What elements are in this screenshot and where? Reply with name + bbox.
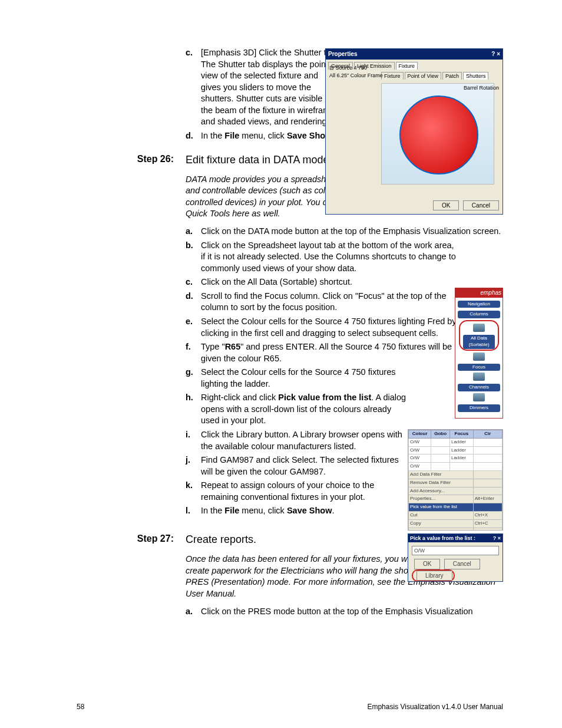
list-marker: f.	[186, 341, 201, 364]
popup-title: Pick a value from the list :	[410, 535, 475, 542]
ok-button[interactable]: OK	[433, 200, 459, 211]
list-item: c.[Emphasis 3D] Click the Shutter tab. T…	[186, 47, 339, 128]
inner-tab[interactable]: Patch	[442, 72, 462, 80]
list-marker: a.	[186, 226, 201, 238]
list-text: In the File menu, click Save Show.	[201, 505, 407, 517]
page-number: 58	[77, 702, 84, 711]
list-text: Right-click and click Pick value from th…	[201, 392, 407, 427]
step-26-label: Step 26:	[77, 153, 186, 166]
shortcut-pill[interactable]: Channels	[458, 384, 500, 391]
popup-cancel-button[interactable]: Cancel	[444, 559, 480, 569]
page-footer: 58 Emphasis Visualization v1.4.0 User Ma…	[77, 702, 503, 711]
document-page: c.[Emphasis 3D] Click the Shutter tab. T…	[0, 0, 562, 728]
list-text: Click the Library button. A Library brow…	[201, 429, 407, 452]
inner-tab[interactable]: Shutters	[463, 72, 489, 80]
list-text: Type "R65" and press ENTER. All the Sour…	[201, 341, 460, 364]
list-marker: e.	[186, 316, 201, 339]
list-text: Scroll to find the Focus column. Click o…	[201, 291, 460, 314]
list-item: a.Click on the DATA mode button at the t…	[186, 226, 503, 238]
shortcut-pill[interactable]: Navigation	[458, 301, 500, 308]
list-text: Find GAM987 and click Select. The select…	[201, 454, 407, 477]
barrel-rotation-label: Barrel Rotation	[464, 84, 499, 91]
figure-columns-shortcuts: emphas NavigationColumnsAll Data (Sortab…	[455, 288, 503, 419]
list-marker: l.	[186, 505, 201, 517]
shortcut-pill[interactable]: Focus	[458, 364, 500, 371]
shortcut-pill[interactable]: All Data (Sortable)	[463, 335, 495, 349]
brand-fragment: emphas	[455, 288, 503, 298]
list-marker: h.	[186, 392, 201, 427]
popup-value-field[interactable]: O/W	[412, 546, 499, 555]
list-text: Click on the Spreadsheet layout tab at t…	[201, 240, 460, 275]
inner-tab[interactable]: Fixture	[381, 72, 404, 80]
list-item: a.Click on the PRES mode button at the t…	[186, 606, 503, 618]
dialog-title: Properties	[328, 50, 357, 58]
tab[interactable]: Fixture	[396, 62, 418, 70]
list-marker: c.	[186, 47, 201, 128]
list-text: Click on the DATA mode button at the top…	[201, 226, 503, 238]
list-text: Click on the All Data (Sortable) shortcu…	[201, 276, 460, 288]
list-text: Repeat to assign colours of your choice …	[201, 480, 407, 503]
list-marker: a.	[186, 606, 201, 618]
step-27-label: Step 27:	[77, 532, 186, 545]
inner-tab[interactable]: Point of View	[405, 72, 441, 80]
list-text: Select the Colour cells for the Source 4…	[201, 367, 407, 390]
list-text: Click on the PRES mode button at the top…	[201, 606, 503, 618]
shortcut-pill[interactable]: Columns	[458, 311, 500, 318]
list-item: c.Click on the All Data (Sortable) short…	[186, 276, 503, 288]
list-text: [Emphasis 3D] Click the Shutter tab. The…	[201, 47, 339, 128]
popup-ok-button[interactable]: OK	[414, 559, 440, 569]
list-marker: g.	[186, 367, 201, 390]
figure-pick-value-dialog: Pick a value from the list :? × O/W OK C…	[408, 533, 503, 582]
list-text: In the File menu, click Save Show.	[201, 130, 339, 142]
list-marker: i.	[186, 429, 201, 452]
list-item: b.Click on the Spreadsheet layout tab at…	[186, 240, 503, 275]
list-text: Select the Colour cells for the Source 4…	[201, 316, 460, 339]
list-marker: b.	[186, 240, 201, 275]
list-marker: d.	[186, 291, 201, 314]
list-marker: c.	[186, 276, 201, 288]
list-marker: j.	[186, 454, 201, 477]
shortcut-pill[interactable]: Dimmers	[458, 404, 500, 412]
popup-library-button[interactable]: Library	[416, 571, 452, 581]
list-marker: d.	[186, 130, 201, 142]
list-item: d.In the File menu, click Save Show.	[186, 130, 339, 142]
cancel-button[interactable]: Cancel	[463, 200, 499, 211]
list-marker: k.	[186, 480, 201, 503]
doc-title: Emphasis Visualization v1.4.0 User Manua…	[367, 702, 503, 711]
figure-context-menu: ColourGoboFocusCirO/WLadderO/WLadderO/WL…	[408, 429, 503, 531]
figure-properties-dialog: Properties? × GeneralLight EmissionFixtu…	[325, 48, 503, 215]
